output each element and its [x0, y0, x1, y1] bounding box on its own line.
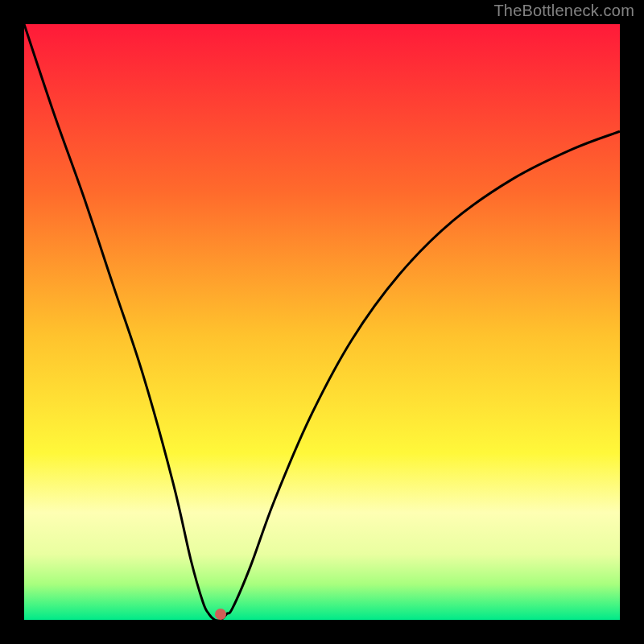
chart-frame: TheBottleneck.com — [0, 0, 644, 644]
plot-area — [24, 24, 620, 620]
watermark-text: TheBottleneck.com — [493, 2, 634, 20]
optimum-marker — [215, 609, 226, 620]
bottleneck-curve — [24, 24, 620, 620]
curve-path — [24, 24, 620, 620]
